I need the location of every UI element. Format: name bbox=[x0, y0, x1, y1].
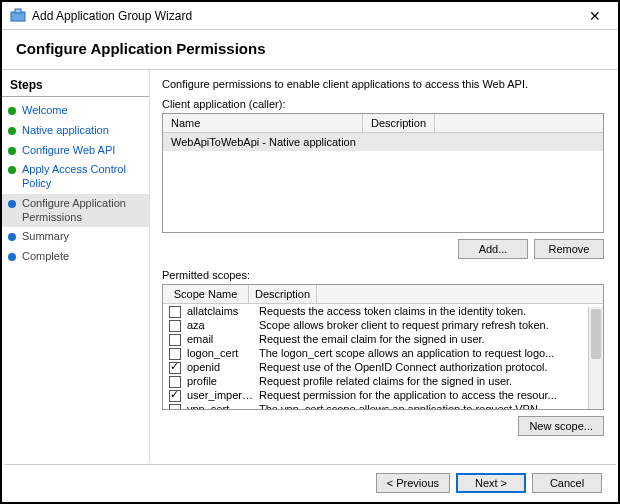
step-label: Native application bbox=[22, 124, 109, 138]
scope-checkbox[interactable] bbox=[169, 348, 181, 360]
step-summary: Summary bbox=[2, 227, 149, 247]
client-app-list[interactable]: Name Description WebApiToWebApi - Native… bbox=[162, 113, 604, 233]
scopes-list[interactable]: Scope Name Description allatclaimsReques… bbox=[162, 284, 604, 410]
scope-row[interactable]: vpn_certThe vpn_cert scope allows an app… bbox=[163, 402, 603, 410]
titlebar: Add Application Group Wizard ✕ bbox=[2, 2, 618, 30]
client-app-row[interactable]: WebApiToWebApi - Native application bbox=[163, 133, 603, 151]
scope-desc: Request the email claim for the signed i… bbox=[255, 333, 597, 345]
col-desc[interactable]: Description bbox=[363, 114, 435, 132]
scope-checkbox[interactable] bbox=[169, 376, 181, 388]
scope-checkbox[interactable] bbox=[169, 320, 181, 332]
scrollbar-thumb[interactable] bbox=[591, 309, 601, 359]
step-bullet-icon bbox=[8, 107, 16, 115]
scope-checkbox[interactable] bbox=[169, 334, 181, 346]
next-button[interactable]: Next > bbox=[456, 473, 526, 493]
step-label: Complete bbox=[22, 250, 69, 264]
step-configure-web-api[interactable]: Configure Web API bbox=[2, 141, 149, 161]
scope-checkbox[interactable] bbox=[169, 306, 181, 318]
scope-row[interactable]: allatclaimsRequests the access token cla… bbox=[163, 304, 603, 318]
scope-name: profile bbox=[187, 375, 255, 387]
step-label: Configure Application Permissions bbox=[22, 197, 141, 225]
instruction-text: Configure permissions to enable client a… bbox=[162, 78, 604, 90]
scope-name: aza bbox=[187, 319, 255, 331]
step-complete: Complete bbox=[2, 247, 149, 267]
new-scope-button[interactable]: New scope... bbox=[518, 416, 604, 436]
scope-name: email bbox=[187, 333, 255, 345]
step-bullet-icon bbox=[8, 127, 16, 135]
window-title: Add Application Group Wizard bbox=[32, 9, 580, 23]
client-app-header: Name Description bbox=[163, 114, 603, 133]
steps-heading: Steps bbox=[2, 76, 149, 97]
scopes-header: Scope Name Description bbox=[163, 285, 603, 304]
remove-button[interactable]: Remove bbox=[534, 239, 604, 259]
scope-desc: Request profile related claims for the s… bbox=[255, 375, 597, 387]
scope-row[interactable]: azaScope allows broker client to request… bbox=[163, 318, 603, 332]
step-apply-access-control-policy[interactable]: Apply Access Control Policy bbox=[2, 160, 149, 194]
scope-desc: Requests the access token claims in the … bbox=[255, 305, 597, 317]
scope-desc: Request use of the OpenID Connect author… bbox=[255, 361, 597, 373]
close-icon[interactable]: ✕ bbox=[580, 8, 610, 24]
page-title: Configure Application Permissions bbox=[2, 30, 618, 70]
scope-checkbox[interactable] bbox=[169, 390, 181, 402]
scope-name: openid bbox=[187, 361, 255, 373]
scope-name: allatclaims bbox=[187, 305, 255, 317]
scope-desc: The logon_cert scope allows an applicati… bbox=[255, 347, 597, 359]
scope-name: vpn_cert bbox=[187, 403, 255, 410]
scope-desc: Request permission for the application t… bbox=[255, 389, 597, 401]
scrollbar[interactable] bbox=[588, 307, 603, 409]
client-app-label: Client application (caller): bbox=[162, 98, 604, 110]
permitted-scopes-label: Permitted scopes: bbox=[162, 269, 604, 281]
add-button[interactable]: Add... bbox=[458, 239, 528, 259]
col-name[interactable]: Name bbox=[163, 114, 363, 132]
step-label: Summary bbox=[22, 230, 69, 244]
scope-row[interactable]: logon_certThe logon_cert scope allows an… bbox=[163, 346, 603, 360]
scope-desc: The vpn_cert scope allows an application… bbox=[255, 403, 597, 410]
scope-checkbox[interactable] bbox=[169, 362, 181, 374]
scope-name: user_imperso... bbox=[187, 389, 255, 401]
scope-row[interactable]: user_imperso...Request permission for th… bbox=[163, 388, 603, 402]
scope-row[interactable]: profileRequest profile related claims fo… bbox=[163, 374, 603, 388]
svg-rect-1 bbox=[15, 9, 21, 13]
step-bullet-icon bbox=[8, 253, 16, 261]
col-scope-name[interactable]: Scope Name bbox=[163, 285, 249, 303]
step-label: Configure Web API bbox=[22, 144, 115, 158]
step-bullet-icon bbox=[8, 233, 16, 241]
step-label: Apply Access Control Policy bbox=[22, 163, 141, 191]
col-scope-desc[interactable]: Description bbox=[249, 285, 317, 303]
cancel-button[interactable]: Cancel bbox=[532, 473, 602, 493]
scope-row[interactable]: emailRequest the email claim for the sig… bbox=[163, 332, 603, 346]
steps-sidebar: Steps WelcomeNative applicationConfigure… bbox=[2, 70, 150, 462]
main-panel: Configure permissions to enable client a… bbox=[150, 70, 618, 462]
step-bullet-icon bbox=[8, 147, 16, 155]
scope-checkbox[interactable] bbox=[169, 404, 181, 410]
step-bullet-icon bbox=[8, 166, 16, 174]
step-bullet-icon bbox=[8, 200, 16, 208]
scope-name: logon_cert bbox=[187, 347, 255, 359]
step-configure-application-permissions: Configure Application Permissions bbox=[2, 194, 149, 228]
step-label: Welcome bbox=[22, 104, 68, 118]
app-icon bbox=[10, 8, 26, 24]
step-native-application[interactable]: Native application bbox=[2, 121, 149, 141]
step-welcome[interactable]: Welcome bbox=[2, 101, 149, 121]
scope-desc: Scope allows broker client to request pr… bbox=[255, 319, 597, 331]
scope-row[interactable]: openidRequest use of the OpenID Connect … bbox=[163, 360, 603, 374]
previous-button[interactable]: < Previous bbox=[376, 473, 450, 493]
wizard-footer: < Previous Next > Cancel bbox=[4, 464, 616, 500]
